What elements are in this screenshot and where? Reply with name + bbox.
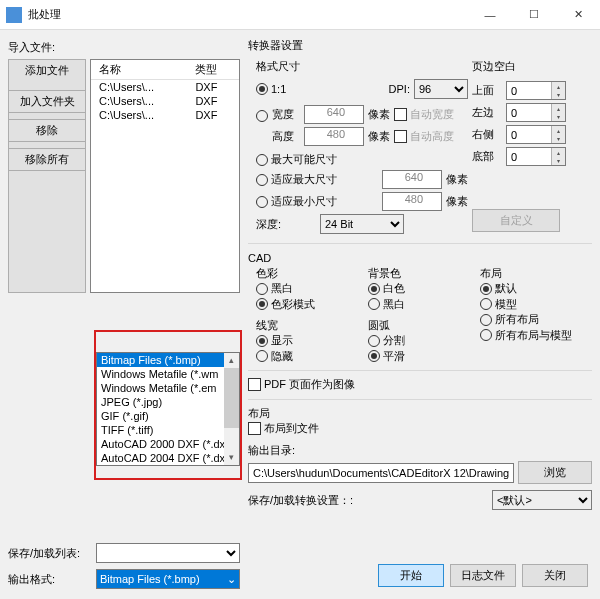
close-button[interactable]: ✕: [556, 0, 600, 30]
app-icon: [6, 7, 22, 23]
table-row: C:\Users\...DXF: [91, 108, 239, 122]
color-mode-radio[interactable]: 色彩模式: [256, 297, 315, 312]
fit-max-radio[interactable]: 适应最大尺寸: [256, 172, 337, 187]
col-name[interactable]: 名称: [91, 60, 187, 80]
window-title: 批处理: [28, 7, 468, 22]
margin-top-input[interactable]: 0▴▾: [506, 81, 566, 100]
cad-label: CAD: [248, 250, 592, 266]
remove-all-button[interactable]: 移除所有: [8, 148, 86, 171]
dropdown-option[interactable]: GIF (*.gif): [97, 409, 239, 423]
output-format-dropdown[interactable]: Bitmap Files (*.bmp) Windows Metafile (*…: [96, 352, 240, 466]
ratio-1-1-radio[interactable]: 1:1: [256, 83, 286, 95]
pdf-as-image-checkbox[interactable]: PDF 页面作为图像: [248, 377, 355, 392]
dpi-select[interactable]: 96: [414, 79, 468, 99]
layout-model-radio[interactable]: 模型: [480, 297, 517, 312]
linew-show-radio[interactable]: 显示: [256, 333, 293, 348]
import-files-label: 导入文件:: [8, 38, 240, 59]
bg-white-radio[interactable]: 白色: [368, 281, 405, 296]
width-input[interactable]: 640: [304, 105, 364, 124]
format-size-label: 格式尺寸: [248, 57, 468, 76]
save-load-settings-select[interactable]: <默认>: [492, 490, 592, 510]
table-row: C:\Users\...DXF: [91, 94, 239, 108]
bg-black-radio[interactable]: 黑白: [368, 297, 405, 312]
layout-to-file-checkbox[interactable]: 布局到文件: [248, 421, 319, 436]
minimize-button[interactable]: —: [468, 0, 512, 30]
color-bw-radio[interactable]: 黑白: [256, 281, 293, 296]
save-list-label: 保存/加载列表:: [8, 546, 96, 561]
max-size-radio[interactable]: 最大可能尺寸: [256, 152, 337, 167]
dropdown-option[interactable]: Windows Metafile (*.wm: [97, 367, 239, 381]
dropdown-option[interactable]: JPEG (*.jpg): [97, 395, 239, 409]
height-input[interactable]: 480: [304, 127, 364, 146]
col-type[interactable]: 类型: [187, 60, 239, 80]
arc-split-radio[interactable]: 分割: [368, 333, 405, 348]
depth-select[interactable]: 24 Bit: [320, 214, 404, 234]
auto-height-checkbox[interactable]: 自动高度: [394, 129, 454, 144]
save-list-select[interactable]: [96, 543, 240, 563]
output-format-label: 输出格式:: [8, 572, 96, 587]
margin-bottom-input[interactable]: 0▴▾: [506, 147, 566, 166]
auto-width-checkbox[interactable]: 自动宽度: [394, 107, 454, 122]
fit-min-input[interactable]: 480: [382, 192, 442, 211]
browse-button[interactable]: 浏览: [518, 461, 592, 484]
fit-min-radio[interactable]: 适应最小尺寸: [256, 194, 337, 209]
close-dialog-button[interactable]: 关闭: [522, 564, 588, 587]
dropdown-option[interactable]: Bitmap Files (*.bmp): [97, 353, 239, 367]
arc-smooth-radio[interactable]: 平滑: [368, 349, 405, 364]
margin-right-input[interactable]: 0▴▾: [506, 125, 566, 144]
margin-left-input[interactable]: 0▴▾: [506, 103, 566, 122]
layout-section-label: 布局: [248, 406, 592, 421]
layout-default-radio[interactable]: 默认: [480, 281, 517, 296]
converter-settings-label: 转换器设置: [248, 38, 592, 57]
chevron-down-icon: ⌄: [227, 573, 236, 586]
table-row: C:\Users\...DXF: [91, 80, 239, 95]
remove-button[interactable]: 移除: [8, 119, 86, 142]
layout-all-radio[interactable]: 所有布局: [480, 312, 539, 327]
log-button[interactable]: 日志文件: [450, 564, 516, 587]
start-button[interactable]: 开始: [378, 564, 444, 587]
dropdown-option[interactable]: TIFF (*.tiff): [97, 423, 239, 437]
layout-all-model-radio[interactable]: 所有布局与模型: [480, 328, 572, 343]
add-folder-button[interactable]: 加入文件夹: [8, 90, 86, 113]
fit-max-input[interactable]: 640: [382, 170, 442, 189]
dropdown-option[interactable]: Windows Metafile (*.em: [97, 381, 239, 395]
maximize-button[interactable]: ☐: [512, 0, 556, 30]
margin-label: 页边空白: [472, 57, 592, 78]
output-format-select[interactable]: Bitmap Files (*.bmp) ⌄: [96, 569, 240, 589]
dropdown-option[interactable]: AutoCAD 2000 DXF (*.dx: [97, 437, 239, 451]
linew-hide-radio[interactable]: 隐藏: [256, 349, 293, 364]
output-dir-input[interactable]: [248, 463, 514, 483]
output-dir-label: 输出目录:: [248, 443, 592, 458]
custom-button[interactable]: 自定义: [472, 209, 560, 232]
file-list[interactable]: 名称 类型 C:\Users\...DXF C:\Users\...DXF C:…: [90, 59, 240, 293]
dropdown-option[interactable]: AutoCAD 2004 DXF (*.dx: [97, 451, 239, 465]
dropdown-scrollbar[interactable]: ▴▾: [224, 353, 239, 465]
custom-size-radio[interactable]: [256, 110, 268, 122]
